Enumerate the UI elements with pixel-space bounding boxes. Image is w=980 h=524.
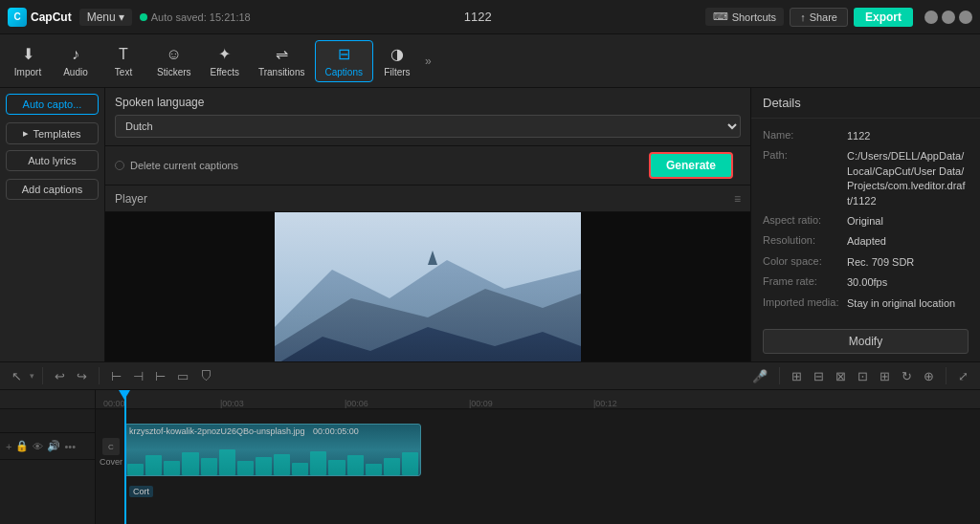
detail-name-row: Name: 1122 (751, 126, 980, 146)
window-controls (924, 11, 972, 24)
framerate-key: Frame rate: (763, 275, 839, 290)
redo-button[interactable]: ↪ (73, 367, 91, 385)
details-table: Name: 1122 Path: C:/Users/DELL/AppData/L… (751, 119, 980, 321)
auto-lyrics-button[interactable]: Auto lyrics (6, 150, 99, 171)
track-add-button[interactable]: + (6, 441, 11, 452)
colorspace-key: Color space: (763, 255, 839, 270)
keyboard-icon: ⌨ (713, 11, 728, 23)
imported-key: Imported media: (763, 296, 839, 311)
spoken-language-label: Spoken language (115, 96, 741, 109)
crop-button[interactable]: ▭ (173, 367, 192, 385)
modify-button[interactable]: Modify (763, 329, 969, 354)
split-button[interactable]: ⊢ (107, 367, 125, 385)
toolbar-filters[interactable]: ◑ Filters (373, 41, 421, 81)
toolbar-captions[interactable]: ⊟ Captions (315, 40, 373, 82)
playhead-line (124, 390, 126, 524)
video-preview (275, 212, 581, 361)
templates-button[interactable]: ▸ Templates (6, 122, 99, 144)
path-value: C:/Users/DELL/AppData/Local/CapCut/User … (847, 149, 969, 208)
path-key: Path: (763, 149, 839, 208)
audio-icon: ♪ (66, 45, 85, 64)
stickers-icon: ☺ (165, 45, 184, 64)
auto-captions-button[interactable]: Auto capto... (6, 94, 99, 115)
divider3 (779, 367, 780, 384)
video-clip[interactable]: krzysztof-kowalik-2pnozU26QBo-unsplash.j… (124, 424, 421, 476)
wave-bar (182, 452, 198, 475)
resolution-value: Adapted (847, 234, 886, 249)
wave-bar (384, 458, 400, 475)
trim-left-button[interactable]: ⊣ (129, 367, 147, 385)
ruler-mark-2: |00:06 (345, 399, 368, 408)
close-button[interactable] (959, 11, 972, 24)
mic-button[interactable]: 🎤 (748, 367, 771, 385)
track-volume-button[interactable]: 🔊 (47, 440, 60, 452)
toolbar-import[interactable]: ⬇ Import (4, 41, 52, 81)
autosave-dot (140, 13, 147, 21)
shield-button[interactable]: ⛉ (196, 367, 216, 385)
cover-label: Cover (100, 457, 122, 467)
import-label: Import (14, 67, 41, 77)
more-icon: » (425, 55, 432, 68)
toolbar-stickers[interactable]: ☺ Stickers (147, 41, 201, 81)
track-eye-button[interactable]: 👁 (33, 441, 43, 452)
delete-captions-row: Delete current captions Generate (105, 146, 750, 186)
player-menu-icon[interactable]: ≡ (734, 192, 741, 206)
generate-button[interactable]: Generate (649, 152, 733, 179)
link-button[interactable]: ⊠ (832, 367, 850, 385)
timeline-content: + 🔒 👁 🔊 ••• 00:00 |00:03 |00:06 |00:09 |… (0, 390, 980, 524)
app-logo: C CapCut (0, 8, 79, 27)
ripple-button[interactable]: ⊟ (810, 367, 828, 385)
wave-bar (366, 464, 382, 475)
trim-right-button[interactable]: ⊢ (151, 367, 169, 385)
toolbar-more[interactable]: » (421, 55, 435, 68)
audio-label: Audio (63, 67, 88, 77)
aspect-key: Aspect ratio: (763, 214, 839, 229)
share-button[interactable]: ↑ Share (790, 8, 848, 27)
ruler-header (0, 390, 95, 409)
autosave-text: Auto saved: 15:21:18 (151, 11, 251, 23)
captions-label: Captions (325, 67, 363, 77)
ruler-mark-0: 00:00 (103, 399, 125, 408)
detail-aspect-row: Aspect ratio: Original (751, 211, 980, 231)
plus-button[interactable]: ⊕ (920, 367, 938, 385)
fullscreen-button[interactable]: ⤢ (954, 367, 972, 385)
toolbar-audio[interactable]: ♪ Audio (52, 41, 100, 81)
wave-bar (145, 455, 162, 475)
language-select[interactable]: Dutch English (115, 115, 741, 138)
export-button[interactable]: Export (854, 8, 913, 27)
logo-icon: C (8, 8, 27, 27)
track-lock-button[interactable]: 🔒 (15, 440, 29, 452)
triangle-icon: ▸ (23, 127, 29, 140)
toolbar-effects[interactable]: ✦ Effects (201, 41, 249, 81)
maximize-button[interactable] (942, 11, 955, 24)
add-captions-label: Add captions (22, 184, 83, 195)
undo-button[interactable]: ↩ (51, 367, 69, 385)
track-more-button[interactable]: ••• (64, 441, 76, 452)
divider4 (946, 367, 947, 384)
toolbar-text[interactable]: T Text (100, 41, 147, 81)
delete-captions-radio[interactable] (115, 161, 124, 170)
timeline-toolbar: ↖ ▾ ↩ ↪ ⊢ ⊣ ⊢ ▭ ⛉ 🎤 ⊞ ⊟ ⊠ ⊡ ⊞ ↻ ⊕ ⤢ (0, 362, 980, 390)
shortcuts-button[interactable]: ⌨ Shortcuts (705, 8, 784, 26)
generate-label: Generate (666, 159, 716, 172)
templates-label: Templates (33, 128, 80, 140)
menu-button[interactable]: Menu ▾ (79, 9, 132, 26)
wave-bar (292, 463, 308, 476)
minimize-button[interactable] (924, 11, 938, 24)
autosave-indicator: Auto saved: 15:21:18 (140, 11, 251, 23)
player-header: Player ≡ (105, 186, 750, 212)
add-captions-button[interactable]: Add captions (6, 179, 99, 200)
align-button[interactable]: ⊡ (854, 367, 872, 385)
detail-colorspace-row: Color space: Rec. 709 SDR (751, 252, 980, 273)
select-arrow: ▾ (30, 371, 34, 381)
toolbar-transitions[interactable]: ⇌ Transitions (249, 41, 315, 81)
rotate-button[interactable]: ↻ (898, 367, 916, 385)
select-tool[interactable]: ↖ (8, 367, 26, 385)
share-label: Share (810, 11, 837, 23)
chevron-down-icon: ▾ (119, 11, 124, 24)
magnet-button[interactable]: ⊞ (788, 367, 806, 385)
grid-button[interactable]: ⊞ (876, 367, 894, 385)
aspect-value: Original (847, 214, 883, 229)
effects-label: Effects (211, 67, 239, 77)
detail-path-row: Path: C:/Users/DELL/AppData/Local/CapCut… (751, 146, 980, 211)
